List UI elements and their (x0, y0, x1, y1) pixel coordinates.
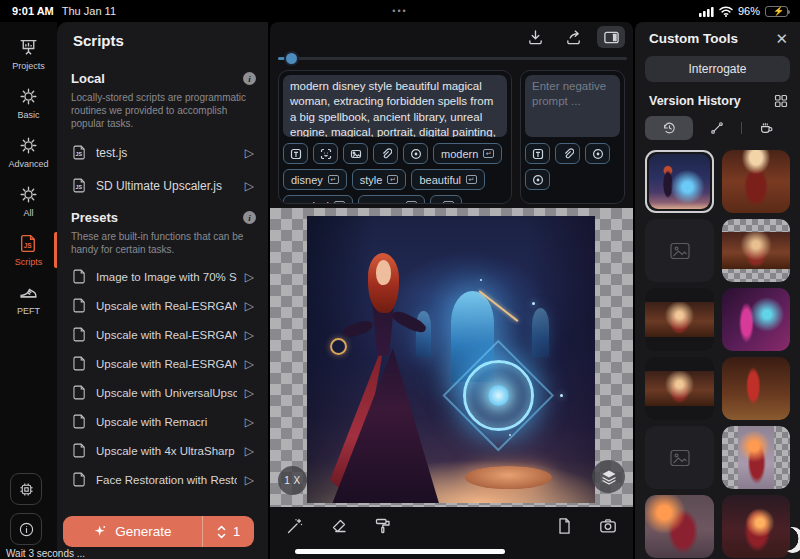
run-script-icon[interactable]: ▷ (245, 415, 254, 429)
cellular-icon (699, 6, 714, 17)
document-file-icon (71, 355, 88, 372)
prompt-token-chip[interactable]: modern (433, 143, 502, 164)
preset-script-row[interactable]: Face Restoration with Restor... ▷ (71, 465, 256, 494)
version-thumbnail[interactable] (645, 288, 714, 351)
hardware-settings-button[interactable] (10, 473, 42, 505)
version-thumbnail[interactable] (722, 150, 790, 213)
version-thumbnail[interactable] (645, 219, 714, 282)
magic-wand-icon (286, 517, 304, 535)
magic-wand-button[interactable] (286, 517, 304, 535)
camera-button[interactable] (599, 517, 617, 535)
layers-button[interactable] (592, 460, 625, 493)
prompt-token-chip[interactable] (430, 195, 462, 204)
run-script-icon[interactable]: ▷ (245, 179, 254, 193)
wait-status-text: Wait 3 seconds ... (6, 548, 85, 559)
preset-script-row[interactable]: Upscale with Real-ESRGAN X... ▷ (71, 291, 256, 320)
local-script-row[interactable]: SD Ultimate Upscaler.js ▷ (71, 169, 256, 202)
share-button[interactable] (559, 26, 587, 48)
slider-handle[interactable] (284, 51, 299, 66)
return-key-icon (443, 201, 454, 204)
panel-toggle-button[interactable] (597, 26, 625, 48)
version-thumbnail[interactable] (645, 150, 714, 213)
image-canvas[interactable]: 1 X (270, 208, 633, 507)
generated-image[interactable] (307, 216, 595, 503)
local-script-row[interactable]: test.js ▷ (71, 136, 256, 169)
interrogate-button[interactable]: Interrogate (645, 56, 790, 82)
nav-rail-item[interactable]: Advanced (0, 132, 57, 172)
version-thumbnail[interactable] (722, 357, 790, 420)
preset-script-row[interactable]: Upscale with Real-ESRGAN X... ▷ (71, 320, 256, 349)
attachment-icon[interactable] (555, 143, 580, 164)
version-thumbnail[interactable] (645, 357, 714, 420)
status-bar: 9:01 AM Thu Jan 11 ••• 96% ⚡ (0, 0, 800, 22)
version-thumbnail[interactable] (722, 495, 790, 558)
nav-rail-item[interactable]: PEFT (0, 279, 57, 319)
tab-line-tool[interactable] (693, 116, 741, 140)
gear-icon (18, 135, 39, 156)
canvas-toolbar (270, 22, 633, 48)
preset-script-row[interactable]: Upscale with Remacri ▷ (71, 407, 256, 436)
target-icon[interactable] (525, 169, 550, 190)
home-indicator[interactable] (295, 549, 505, 554)
preset-script-row[interactable]: Upscale with Real-ESRGAN X... ▷ (71, 349, 256, 378)
run-script-icon[interactable]: ▷ (245, 444, 254, 458)
version-thumbnail[interactable] (645, 495, 714, 558)
run-script-icon[interactable]: ▷ (245, 146, 254, 160)
info-icon[interactable]: i (243, 211, 256, 224)
return-key-icon (483, 149, 494, 158)
info-icon[interactable]: i (243, 72, 256, 85)
eraser-icon (330, 517, 348, 535)
nav-rail-item[interactable]: Basic (0, 83, 57, 123)
version-thumbnail[interactable] (722, 426, 790, 489)
prompt-token-chip[interactable]: magical (283, 195, 353, 204)
face-restore-icon[interactable] (313, 143, 338, 164)
target-icon[interactable] (585, 143, 610, 164)
version-thumbnail[interactable] (722, 219, 790, 282)
gear-icon (18, 184, 39, 205)
script-name: Image to Image with 70% Str... (96, 271, 237, 283)
download-button[interactable] (521, 26, 549, 48)
text-insert-icon[interactable] (283, 143, 308, 164)
prompt-token-chip[interactable]: style (352, 169, 407, 190)
strength-slider[interactable] (270, 48, 633, 68)
run-script-icon[interactable]: ▷ (245, 386, 254, 400)
run-script-icon[interactable]: ▷ (245, 357, 254, 371)
negative-prompt-input[interactable]: Enter negative prompt ... (525, 75, 620, 137)
version-thumbnail[interactable] (645, 426, 714, 489)
version-thumbnail[interactable] (722, 288, 790, 351)
custom-tools-title: Custom Tools (649, 31, 738, 46)
nav-rail-item[interactable]: Scripts (0, 230, 57, 270)
slider-track[interactable] (278, 57, 627, 60)
grid-view-icon[interactable] (774, 94, 788, 108)
eraser-button[interactable] (330, 517, 348, 535)
nav-rail-item[interactable]: Projects (0, 34, 57, 74)
tab-cup[interactable] (742, 116, 790, 140)
target-icon[interactable] (403, 143, 428, 164)
preset-script-row[interactable]: Upscale with UniversalUpsca... ▷ (71, 378, 256, 407)
generate-count-stepper[interactable]: 1 (202, 516, 254, 547)
run-script-icon[interactable]: ▷ (245, 473, 254, 487)
run-script-icon[interactable]: ▷ (245, 270, 254, 284)
document-file-icon (71, 413, 88, 430)
paint-roller-button[interactable] (374, 517, 392, 535)
preset-script-row[interactable]: Upscale with 4x UltraSharp ▷ (71, 436, 256, 465)
tab-history[interactable] (645, 116, 693, 140)
multitask-dots-icon[interactable]: ••• (392, 6, 407, 16)
attachment-icon[interactable] (373, 143, 398, 164)
nav-rail-item[interactable]: All (0, 181, 57, 221)
prompt-token-chip[interactable]: woman (358, 195, 425, 204)
prompt-token-chip[interactable]: beautiful (411, 169, 485, 190)
document-file-icon (71, 442, 88, 459)
new-document-button[interactable] (555, 517, 573, 535)
prompt-token-chip[interactable]: disney (283, 169, 347, 190)
zoom-level-badge[interactable]: 1 X (278, 466, 307, 495)
prompt-input[interactable]: modern disney style beautiful magical wo… (283, 75, 507, 137)
run-script-icon[interactable]: ▷ (245, 299, 254, 313)
generate-button[interactable]: Generate 1 (63, 516, 254, 547)
run-script-icon[interactable]: ▷ (245, 328, 254, 342)
text-insert-icon[interactable] (525, 143, 550, 164)
preset-script-row[interactable]: Image to Image with 70% Str... ▷ (71, 262, 256, 291)
close-icon[interactable]: ✕ (775, 31, 788, 46)
image-icon[interactable] (343, 143, 368, 164)
info-button[interactable] (10, 513, 42, 545)
